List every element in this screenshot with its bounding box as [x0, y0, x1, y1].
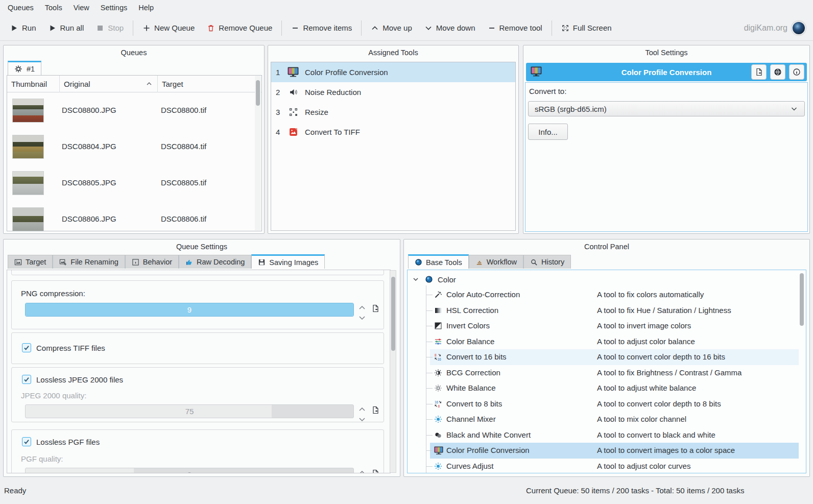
menu-view[interactable]: View: [68, 0, 95, 15]
toolbar-button-label: Remove tool: [499, 23, 542, 32]
remove-tool-button[interactable]: Remove tool: [482, 18, 548, 38]
tab-behavior[interactable]: Behavior: [125, 255, 179, 269]
globe-button[interactable]: [770, 64, 785, 80]
queue-table-scrollbar[interactable]: [255, 76, 261, 230]
digikam-lens-logo-icon: [792, 21, 806, 35]
queue-table-row[interactable]: DSC08805.JPGDSC08805.tif: [7, 165, 261, 201]
reset-default-icon: [371, 469, 379, 473]
tool-description: A tool to invert image colors: [597, 321, 691, 330]
spin-up-icon: [358, 469, 366, 473]
menu-queues[interactable]: Queues: [2, 0, 39, 15]
compress-tiff-checkbox[interactable]: Compress TIFF files: [22, 343, 105, 352]
tab-base-tools[interactable]: Base Tools: [408, 254, 469, 269]
reset-settings-button[interactable]: [751, 64, 767, 80]
tool-label: Color Profile Conversion: [302, 68, 388, 77]
tab-history[interactable]: History: [523, 255, 571, 269]
tree-branch-line: [426, 404, 433, 404]
toolbar-separator: [281, 20, 282, 36]
tool-name: Black and White Convert: [446, 430, 531, 439]
assigned-tool-color-profile-conversion[interactable]: 1Color Profile Conversion: [271, 62, 515, 82]
queue-table-row[interactable]: DSC08800.JPGDSC08800.tif: [7, 92, 261, 129]
spin-down-icon[interactable]: [358, 314, 366, 322]
tool-row-black-and-white-convert[interactable]: Black and White ConvertA tool to convert…: [408, 427, 799, 443]
tool-row-bcg-correction[interactable]: BCG CorrectionA tool to fix Brightness /…: [408, 365, 799, 381]
tool-settings-title: Tool Settings: [523, 45, 809, 60]
tool-row-curves-adjust[interactable]: Curves AdjustA tool to adjust color curv…: [408, 459, 799, 474]
tab-target[interactable]: Target: [8, 255, 53, 269]
brightness-contrast-icon: [434, 369, 442, 377]
tab-raw-decoding[interactable]: Raw Decoding: [179, 255, 251, 269]
run-button[interactable]: Run: [4, 18, 42, 38]
tool-row-white-balance[interactable]: White BalanceA tool to adjust white bala…: [408, 380, 799, 396]
tool-row-invert-colors[interactable]: Invert ColorsA tool to invert image colo…: [408, 318, 799, 334]
column-target[interactable]: Target: [158, 76, 261, 92]
tab-file-renaming[interactable]: File Renaming: [53, 255, 125, 269]
lossless-pgf-checkbox[interactable]: Lossless PGF files: [22, 437, 100, 446]
tool-row-hsl-correction[interactable]: HSL CorrectionA tool to fix Hue / Satura…: [408, 303, 799, 319]
sun-outline-icon: [434, 384, 442, 392]
menu-settings[interactable]: Settings: [95, 0, 133, 15]
resize-icon: [284, 108, 302, 116]
tool-row-color-profile-conversion[interactable]: Color Profile ConversionA tool to conver…: [408, 443, 799, 459]
tab-workflow[interactable]: Workflow: [469, 255, 523, 269]
queue-table-row[interactable]: DSC08804.JPGDSC08804.tif: [7, 129, 261, 165]
pgf-quality-label: PGF quality:: [21, 454, 63, 463]
spin-up-icon[interactable]: [358, 304, 366, 312]
lossless-jp2-checkbox[interactable]: Lossless JPEG 2000 files: [22, 375, 123, 384]
menu-tools[interactable]: Tools: [39, 0, 68, 15]
tool-name: White Balance: [446, 383, 496, 392]
queue-tab-1[interactable]: #1: [8, 61, 41, 75]
tool-row-color-auto-correction[interactable]: Color Auto-CorrectionA tool to fix color…: [408, 287, 799, 303]
tool-row-convert-to-8-bits[interactable]: 168Convert to 8 bitsA tool to convert co…: [408, 396, 799, 412]
assigned-tool-convert-to-tiff[interactable]: 4Convert To TIFF: [271, 122, 515, 142]
checkbox-checked-icon: [22, 343, 31, 352]
tab-saving-images[interactable]: Saving Images: [251, 254, 325, 269]
tree-scrollbar[interactable]: [799, 272, 805, 471]
tool-row-color-balance[interactable]: Color BalanceA tool to adjust color bala…: [408, 334, 799, 350]
png-compression-group: PNG compression: 9: [11, 280, 384, 329]
column-thumbnail[interactable]: Thumbnail: [7, 76, 60, 92]
expander-chevron-down-icon[interactable]: [412, 275, 420, 283]
queue-settings-panel: Queue Settings TargetFile RenamingBehavi…: [3, 239, 400, 477]
run-all-button[interactable]: Run all: [42, 18, 90, 38]
gradient-square-icon: [434, 306, 442, 315]
tool-description: A tool to mix color channel: [597, 415, 686, 423]
info-circle-button[interactable]: [789, 64, 804, 80]
globe-icon: [774, 68, 782, 76]
profile-info-button[interactable]: Info...: [528, 124, 568, 140]
sort-ascending-icon: [145, 80, 153, 88]
tree-branch-line: [426, 310, 433, 311]
remove-items-button[interactable]: Remove items: [285, 18, 358, 38]
color-profile-value: sRGB (srgb-d65.icm): [535, 105, 607, 113]
queue-settings-scrollbar[interactable]: [390, 270, 396, 473]
remove-queue-button[interactable]: Remove Queue: [201, 18, 278, 38]
tree-branch-line: [426, 373, 433, 373]
tool-row-channel-mixer[interactable]: Channel MixerA tool to mix color channel: [408, 412, 799, 427]
toolbar-button-label: Run all: [60, 23, 84, 32]
color-profile-combobox[interactable]: sRGB (srgb-d65.icm): [528, 101, 805, 116]
assigned-tool-resize[interactable]: 3Resize: [271, 102, 515, 122]
assigned-tool-noise-reduction[interactable]: 2Noise Reduction: [271, 82, 515, 102]
status-queue-stats: Current Queue: 50 items / 200 tasks - To…: [526, 486, 744, 495]
tool-name: Invert Colors: [446, 321, 490, 330]
queue-table-row[interactable]: DSC08806.JPGDSC08806.tif: [7, 201, 261, 231]
tool-row-convert-to-16-bits[interactable]: 816Convert to 16 bitsA tool to convert c…: [408, 349, 799, 365]
png-compression-slider[interactable]: 9: [25, 303, 354, 317]
tool-settings-header: Color Profile Conversion: [526, 63, 807, 81]
convert-to-label: Convert to:: [529, 87, 566, 95]
move-down-button[interactable]: Move down: [418, 18, 482, 38]
menu-help[interactable]: Help: [133, 0, 159, 15]
full-screen-button[interactable]: Full Screen: [555, 18, 618, 38]
reset-default-icon[interactable]: [371, 304, 379, 313]
column-original[interactable]: Original: [60, 76, 158, 92]
tree-node-label: Color: [438, 275, 456, 284]
chevron-up-icon: [371, 24, 379, 32]
status-bar: Ready Current Queue: 50 items / 200 task…: [0, 481, 813, 504]
tree-node-color[interactable]: Color: [408, 272, 456, 286]
new-queue-button[interactable]: New Queue: [136, 18, 201, 38]
move-up-button[interactable]: Move up: [365, 18, 418, 38]
queue-settings-title: Queue Settings: [4, 239, 400, 254]
png-compression-spinner[interactable]: [358, 304, 366, 322]
toolbar-separator: [361, 20, 362, 36]
menu-bar: QueuesToolsViewSettingsHelp: [0, 0, 813, 15]
